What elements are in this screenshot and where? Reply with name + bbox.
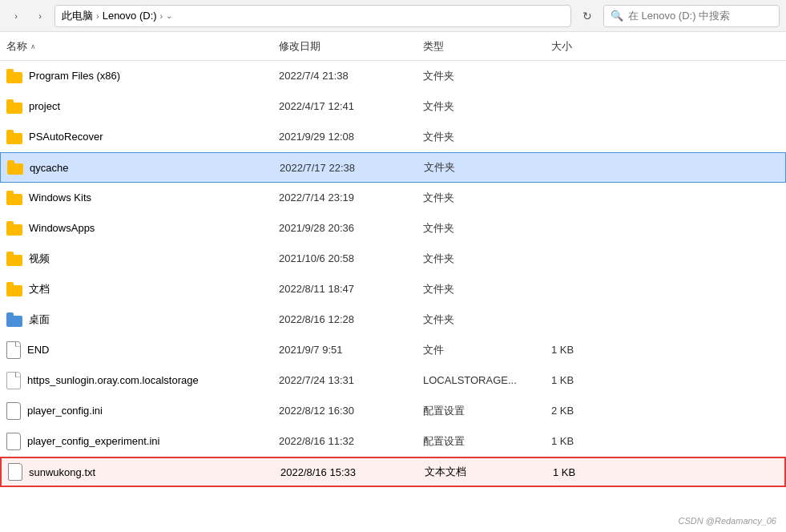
- search-box[interactable]: 🔍: [603, 5, 780, 27]
- file-date-cell: 2022/8/16 11:32: [279, 435, 423, 447]
- folder-icon: [6, 99, 22, 114]
- file-size-cell: 1 KB: [551, 344, 631, 356]
- folder-icon: [6, 69, 22, 83]
- file-date-cell: 2021/9/29 12:08: [279, 131, 423, 143]
- file-size-cell: 1 KB: [551, 374, 631, 386]
- file-type-cell: 文本文档: [425, 465, 553, 479]
- breadcrumb-root[interactable]: 此电脑: [62, 9, 93, 23]
- file-name-cell: PSAutoRecover: [6, 130, 279, 144]
- file-type-cell: LOCALSTORAGE...: [423, 374, 551, 386]
- col-header-name[interactable]: 名称 ∧: [6, 39, 279, 54]
- breadcrumb-sep-1: ›: [96, 11, 99, 21]
- file-type-cell: 文件夹: [423, 191, 551, 205]
- file-date-cell: 2021/9/7 9:51: [279, 344, 423, 356]
- file-name-cell: sunwukong.txt: [8, 463, 280, 481]
- file-date-cell: 2022/8/12 16:30: [279, 405, 423, 417]
- file-date-cell: 2022/7/14 23:19: [279, 191, 423, 204]
- table-row[interactable]: qycache 2022/7/17 22:38 文件夹: [0, 152, 786, 183]
- file-name-text: player_config.ini: [27, 405, 103, 417]
- folder-icon: [6, 252, 22, 266]
- file-type-cell: 文件夹: [423, 221, 551, 236]
- watermark: CSDN @Redamancy_06: [679, 516, 776, 526]
- folder-icon: [6, 130, 22, 144]
- file-name-text: player_config_experiment.ini: [27, 435, 159, 447]
- table-row[interactable]: END 2021/9/7 9:51 文件 1 KB: [0, 335, 786, 365]
- breadcrumb[interactable]: 此电脑 › Lenovo (D:) › ⌄: [54, 5, 571, 27]
- table-row[interactable]: player_config_experiment.ini 2022/8/16 1…: [0, 426, 786, 457]
- column-headers: 名称 ∧ 修改日期 类型 大小: [0, 32, 786, 61]
- table-row[interactable]: https_sunlogin.oray.com.localstorage 202…: [0, 365, 786, 396]
- back-button[interactable]: ›: [6, 6, 26, 26]
- file-name-cell: qycache: [7, 160, 280, 175]
- file-icon: [6, 341, 21, 359]
- file-name-cell: player_config_experiment.ini: [6, 433, 279, 450]
- file-date-cell: 2022/8/16 12:28: [279, 313, 423, 325]
- table-row[interactable]: player_config.ini 2022/8/12 16:30 配置设置 2…: [0, 396, 786, 426]
- forward-button[interactable]: ›: [30, 6, 50, 26]
- breadcrumb-drive[interactable]: Lenovo (D:): [103, 10, 157, 22]
- localstorage-file-icon: [6, 372, 21, 389]
- folder-icon: [7, 160, 23, 175]
- table-row[interactable]: PSAutoRecover 2021/9/29 12:08 文件夹: [0, 122, 786, 152]
- file-type-cell: 文件夹: [423, 69, 551, 83]
- config-file-icon: [6, 402, 21, 420]
- file-name-cell: 桌面: [6, 312, 279, 327]
- search-input[interactable]: [628, 10, 772, 22]
- file-name-text: Windows Kits: [29, 191, 91, 204]
- col-header-type[interactable]: 类型: [423, 39, 551, 54]
- file-type-cell: 文件: [423, 343, 551, 357]
- file-type-cell: 文件夹: [423, 130, 551, 144]
- file-list: 名称 ∧ 修改日期 类型 大小 Program Files (x86) 2022…: [0, 32, 786, 487]
- table-row[interactable]: 视频 2021/10/6 20:58 文件夹: [0, 244, 786, 274]
- file-name-cell: 文档: [6, 282, 279, 296]
- file-name-text: 视频: [29, 252, 50, 266]
- file-name-text: 桌面: [29, 312, 50, 327]
- file-name-text: qycache: [30, 162, 68, 174]
- file-name-cell: Windows Kits: [6, 191, 279, 205]
- file-name-cell: project: [6, 99, 279, 114]
- folder-icon: [6, 191, 22, 205]
- file-date-cell: 2022/8/16 15:33: [280, 466, 425, 478]
- config-file-icon: [6, 433, 21, 450]
- folder-icon: [6, 221, 22, 236]
- file-date-cell: 2022/7/24 13:31: [279, 374, 423, 386]
- refresh-button[interactable]: ↻: [576, 5, 599, 27]
- file-name-text: Program Files (x86): [29, 70, 120, 82]
- table-row[interactable]: WindowsApps 2021/9/28 20:36 文件夹: [0, 213, 786, 244]
- file-type-cell: 文件夹: [423, 252, 551, 266]
- file-name-text: sunwukong.txt: [29, 466, 95, 478]
- col-header-size[interactable]: 大小: [551, 39, 631, 54]
- file-type-cell: 文件夹: [423, 282, 551, 296]
- file-name-cell: player_config.ini: [6, 402, 279, 420]
- table-row[interactable]: 桌面 2022/8/16 12:28 文件夹: [0, 304, 786, 335]
- file-date-cell: 2022/4/17 12:41: [279, 100, 423, 112]
- table-row[interactable]: Windows Kits 2022/7/14 23:19 文件夹: [0, 183, 786, 213]
- file-name-text: WindowsApps: [29, 222, 95, 234]
- col-header-date[interactable]: 修改日期: [279, 39, 423, 54]
- file-date-cell: 2022/7/17 22:38: [280, 162, 424, 174]
- file-date-cell: 2022/7/4 21:38: [279, 70, 423, 82]
- breadcrumb-expand[interactable]: ⌄: [166, 11, 172, 20]
- table-row[interactable]: project 2022/4/17 12:41 文件夹: [0, 91, 786, 122]
- file-type-cell: 配置设置: [423, 434, 551, 449]
- file-size-cell: 2 KB: [551, 405, 631, 417]
- file-name-cell: END: [6, 341, 279, 359]
- file-type-cell: 文件夹: [424, 160, 552, 175]
- file-date-cell: 2021/9/28 20:36: [279, 222, 423, 234]
- table-row[interactable]: sunwukong.txt 2022/8/16 15:33 文本文档 1 KB: [0, 457, 786, 487]
- file-name-text: https_sunlogin.oray.com.localstorage: [27, 374, 199, 386]
- file-type-cell: 文件夹: [423, 312, 551, 327]
- file-name-text: END: [27, 344, 49, 356]
- address-bar: › › 此电脑 › Lenovo (D:) › ⌄ ↻ 🔍: [0, 0, 786, 32]
- file-name-text: PSAutoRecover: [29, 131, 103, 143]
- file-name-cell: WindowsApps: [6, 221, 279, 236]
- file-size-cell: 1 KB: [551, 435, 631, 447]
- table-row[interactable]: 文档 2022/8/11 18:47 文件夹: [0, 274, 786, 304]
- table-row[interactable]: Program Files (x86) 2022/7/4 21:38 文件夹: [0, 61, 786, 91]
- file-name-cell: https_sunlogin.oray.com.localstorage: [6, 372, 279, 389]
- file-name-cell: Program Files (x86): [6, 69, 279, 83]
- file-name-text: 文档: [29, 282, 50, 296]
- folder-icon-blue: [6, 312, 22, 327]
- file-name-cell: 视频: [6, 252, 279, 266]
- file-size-cell: 1 KB: [553, 466, 633, 478]
